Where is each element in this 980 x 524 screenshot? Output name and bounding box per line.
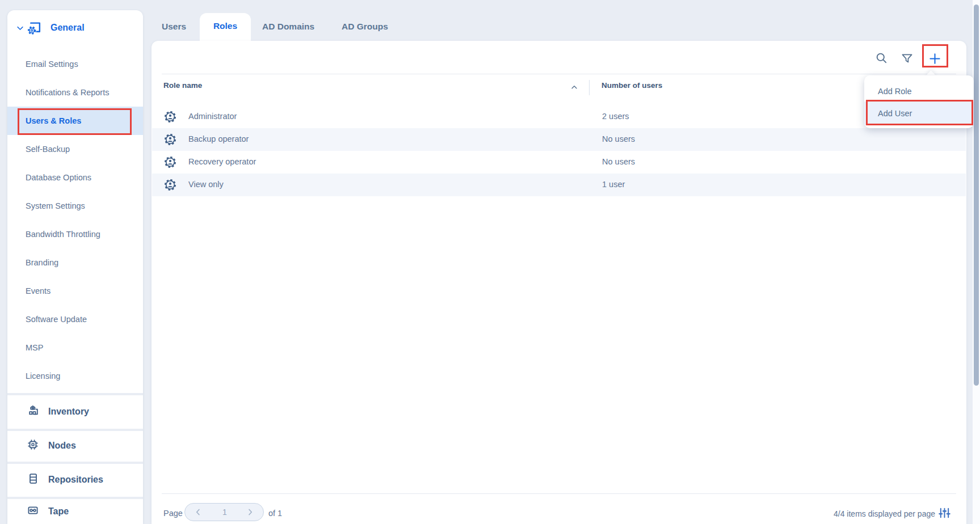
sidebar-section-tape[interactable]: Tape: [7, 498, 143, 524]
sidebar-section-repositories[interactable]: Repositories: [7, 463, 143, 496]
sidebar-item-msp[interactable]: MSP: [7, 333, 143, 362]
sidebar-section-inventory-label: Inventory: [48, 407, 89, 417]
menu-item-add-user[interactable]: Add User: [864, 102, 974, 125]
tab-roles[interactable]: Roles: [200, 13, 251, 44]
table-row-view-only[interactable]: View only 1 user: [152, 174, 966, 196]
items-per-page-settings-icon[interactable]: [939, 507, 950, 519]
role-icon: [164, 133, 176, 148]
tab-ad-domains[interactable]: AD Domains: [262, 22, 314, 32]
column-header-number-of-users[interactable]: Number of users: [602, 81, 662, 90]
sidebar-section-tape-label: Tape: [48, 506, 69, 517]
tab-users[interactable]: Users: [162, 22, 186, 32]
role-name: Backup operator: [188, 134, 249, 143]
sidebar-section-nodes[interactable]: Nodes: [7, 430, 143, 462]
footer-divider: [162, 493, 956, 494]
app-root: General Email Settings Notifications & R…: [0, 0, 980, 524]
nodes-icon: [26, 438, 40, 454]
table-row-backup-operator[interactable]: Backup operator No users: [152, 128, 966, 151]
sidebar-item-events[interactable]: Events: [7, 277, 143, 305]
role-name: Administrator: [188, 112, 237, 121]
add-icon[interactable]: [928, 52, 941, 65]
chevron-down-icon: [16, 24, 24, 32]
general-settings-icon: [27, 20, 42, 36]
search-icon[interactable]: [875, 52, 888, 65]
sidebar-section-general-label: General: [51, 23, 85, 33]
role-icon: [164, 111, 176, 125]
role-name: View only: [188, 180, 224, 189]
pagination-control: 1: [184, 503, 264, 521]
sidebar-item-software-update[interactable]: Software Update: [7, 305, 143, 333]
filter-icon[interactable]: [901, 53, 913, 65]
sidebar-item-notifications-reports[interactable]: Notifications & Reports: [7, 78, 143, 107]
items-per-page-text: 4/4 items displayed per page: [834, 509, 935, 518]
role-user-count: 1 user: [602, 180, 625, 189]
sort-ascending-icon[interactable]: [570, 83, 578, 94]
role-name: Recovery operator: [188, 157, 256, 166]
sidebar: General Email Settings Notifications & R…: [7, 10, 143, 524]
sidebar-item-email-settings[interactable]: Email Settings: [7, 50, 143, 78]
column-divider: [589, 80, 590, 95]
sidebar-general-items: Email Settings Notifications & Reports U…: [7, 50, 143, 390]
page-next-icon[interactable]: [245, 507, 255, 517]
sidebar-item-users-roles[interactable]: Users & Roles: [7, 107, 143, 135]
role-icon: [164, 156, 176, 171]
role-user-count: No users: [602, 157, 635, 166]
inventory-icon: [26, 404, 40, 420]
scrollbar-thumb[interactable]: [974, 5, 979, 386]
sidebar-section-repositories-label: Repositories: [48, 475, 103, 485]
pagination-page-label: Page: [163, 509, 183, 518]
sidebar-item-branding[interactable]: Branding: [7, 248, 143, 277]
sidebar-section-nodes-label: Nodes: [48, 441, 76, 451]
repositories-icon: [26, 472, 40, 488]
sidebar-item-self-backup[interactable]: Self-Backup: [7, 135, 143, 163]
role-icon: [164, 179, 176, 193]
role-user-count: No users: [602, 134, 635, 143]
sidebar-section-general[interactable]: General: [7, 10, 143, 45]
table-row-recovery-operator[interactable]: Recovery operator No users: [152, 151, 966, 174]
sidebar-item-licensing[interactable]: Licensing: [7, 362, 143, 390]
sidebar-item-database-options[interactable]: Database Options: [7, 163, 143, 192]
toolbar-divider: [162, 74, 956, 74]
column-header-role-name[interactable]: Role name: [163, 81, 202, 90]
tape-icon: [26, 504, 40, 519]
sidebar-item-system-settings[interactable]: System Settings: [7, 192, 143, 220]
tab-ad-groups[interactable]: AD Groups: [342, 22, 388, 32]
role-user-count: 2 users: [602, 112, 629, 121]
pagination-of-label: of 1: [268, 509, 282, 518]
menu-item-add-role[interactable]: Add Role: [864, 81, 974, 102]
sidebar-item-bandwidth-throttling[interactable]: Bandwidth Throttling: [7, 220, 143, 248]
sidebar-section-inventory[interactable]: Inventory: [7, 395, 143, 428]
table-row-administrator[interactable]: Administrator 2 users: [152, 105, 966, 128]
add-dropdown-menu: Add Role Add User: [864, 75, 974, 128]
